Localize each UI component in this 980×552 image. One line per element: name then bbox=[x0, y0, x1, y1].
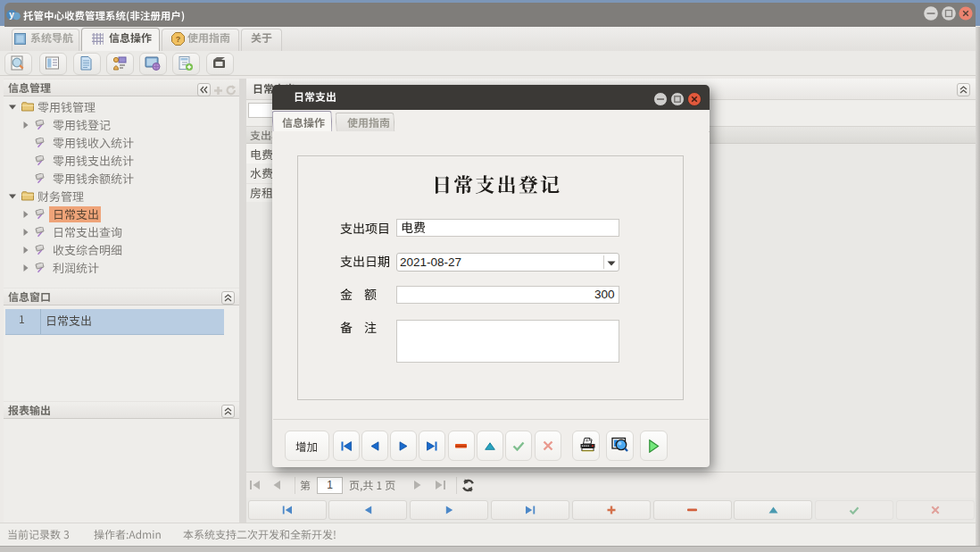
svg-text:?: ? bbox=[176, 35, 181, 44]
svg-text:y: y bbox=[9, 10, 14, 20]
